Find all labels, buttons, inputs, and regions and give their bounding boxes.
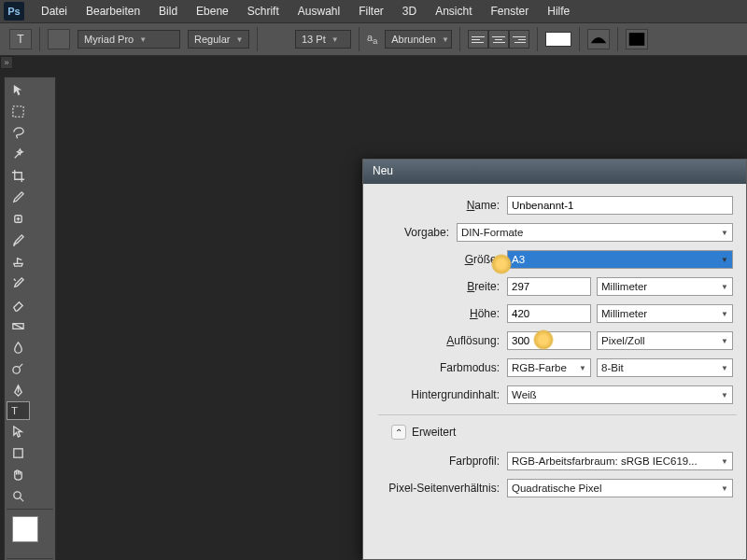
history-brush-tool[interactable] (7, 273, 30, 293)
align-center-button[interactable] (488, 30, 509, 49)
text-color-swatch[interactable] (545, 32, 571, 47)
name-input[interactable] (507, 196, 733, 215)
resolution-unit-select[interactable]: Pixel/Zoll▼ (597, 331, 733, 350)
color-profile-select[interactable]: RGB-Arbeitsfarbraum: sRGB IEC619...▼ (507, 452, 733, 470)
character-panel-button[interactable] (626, 29, 648, 49)
healing-brush-tool[interactable] (7, 208, 30, 229)
color-profile-value: RGB-Arbeitsfarbraum: sRGB IEC619... (512, 455, 698, 467)
clone-stamp-tool[interactable] (7, 251, 30, 272)
background-value: Weiß (512, 389, 537, 400)
color-mode-label: Farbmodus: (367, 361, 507, 374)
align-right-button[interactable] (509, 30, 529, 49)
width-label: Breite: (367, 280, 507, 293)
svg-point-4 (13, 366, 21, 373)
menu-datei[interactable]: Datei (32, 0, 77, 22)
tool-palette: T (4, 77, 56, 560)
zoom-tool[interactable] (7, 485, 30, 506)
menu-bearbeiten[interactable]: Bearbeiten (77, 0, 149, 22)
bit-depth-value: 8-Bit (601, 362, 624, 373)
advanced-label: Erweitert (412, 426, 456, 439)
dialog-title: Neu (363, 160, 746, 184)
font-size-icon (265, 29, 288, 49)
align-left-button[interactable] (468, 30, 488, 49)
color-mode-select[interactable]: RGB-Farbe▼ (507, 358, 591, 377)
background-label: Hintergrundinhalt: (367, 388, 507, 401)
highlight-marker-2 (533, 329, 554, 350)
menu-bild[interactable]: Bild (149, 0, 187, 22)
brush-tool[interactable] (7, 230, 30, 250)
menu-auswahl[interactable]: Auswahl (289, 0, 349, 22)
resolution-label: Auflösung: (367, 334, 507, 347)
font-family-value: Myriad Pro (84, 34, 134, 45)
width-input[interactable] (507, 277, 591, 296)
dodge-tool[interactable] (7, 358, 30, 379)
eyedropper-tool[interactable] (7, 187, 30, 207)
magic-wand-tool[interactable] (7, 144, 30, 164)
shape-tool[interactable] (7, 442, 30, 463)
width-unit-select[interactable]: Millimeter▼ (597, 277, 733, 296)
font-weight-value: Regular (194, 34, 231, 45)
menu-ebene[interactable]: Ebene (187, 0, 238, 22)
width-unit-value: Millimeter (601, 281, 647, 292)
new-document-dialog: Neu Name: Vorgabe: DIN-Formate▼ Größe: A… (362, 159, 747, 560)
document-tab-strip[interactable]: » (0, 56, 13, 69)
resolution-unit-value: Pixel/Zoll (601, 335, 645, 346)
menu-filter[interactable]: Filter (349, 0, 393, 22)
hand-tool[interactable] (7, 464, 30, 484)
move-tool[interactable] (7, 79, 30, 100)
type-tool[interactable]: T (7, 401, 30, 420)
color-profile-label: Farbprofil: (367, 455, 507, 468)
highlight-marker (491, 254, 512, 274)
pixel-aspect-label: Pixel-Seitenverhältnis: (367, 482, 507, 495)
lasso-tool[interactable] (7, 122, 30, 143)
pixel-aspect-select[interactable]: Quadratische Pixel▼ (507, 479, 733, 497)
antialias-value: Abrunden (391, 34, 436, 45)
height-label: Höhe: (367, 307, 507, 320)
gradient-tool[interactable] (7, 315, 30, 336)
font-family-select[interactable]: Myriad Pro▼ (78, 30, 180, 49)
advanced-toggle[interactable]: ⌃ (391, 425, 406, 440)
size-label: Größe: (367, 253, 507, 266)
svg-rect-5 (14, 448, 22, 456)
antialias-select[interactable]: Abrunden▼ (385, 30, 452, 49)
pixel-aspect-value: Quadratische Pixel (512, 483, 602, 494)
menu-fenster[interactable]: Fenster (482, 0, 539, 22)
menu-3d[interactable]: 3D (393, 0, 426, 22)
size-value: A3 (512, 254, 525, 265)
svg-rect-0 (629, 33, 645, 46)
color-swatches[interactable] (7, 512, 53, 555)
marquee-tool[interactable] (7, 101, 30, 121)
menu-schrift[interactable]: Schrift (238, 0, 289, 22)
menu-hilfe[interactable]: Hilfe (538, 0, 579, 22)
height-input[interactable] (507, 304, 591, 323)
svg-rect-1 (13, 105, 23, 116)
pen-tool[interactable] (7, 380, 30, 400)
antialias-icon: aa (367, 32, 377, 46)
size-select[interactable]: A3▼ (507, 250, 733, 269)
eraser-tool[interactable] (7, 294, 30, 315)
tool-preset-button[interactable]: T (9, 29, 32, 49)
app-logo: Ps (4, 2, 24, 21)
height-unit-select[interactable]: Millimeter▼ (597, 304, 733, 323)
warp-text-button[interactable] (587, 29, 610, 49)
font-size-value: 13 Pt (302, 34, 326, 45)
preset-label: Vorgabe: (367, 226, 457, 239)
background-select[interactable]: Weiß▼ (507, 385, 733, 404)
font-weight-select[interactable]: Regular▼ (188, 30, 249, 49)
height-unit-value: Millimeter (601, 308, 647, 319)
preset-value: DIN-Formate (461, 227, 523, 238)
svg-point-6 (14, 491, 21, 498)
name-label: Name: (367, 199, 507, 212)
menu-ansicht[interactable]: Ansicht (426, 0, 481, 22)
blur-tool[interactable] (7, 337, 30, 357)
color-mode-value: RGB-Farbe (512, 362, 567, 373)
font-size-select[interactable]: 13 Pt▼ (295, 30, 351, 49)
text-orientation-button[interactable] (48, 29, 70, 49)
path-selection-tool[interactable] (7, 421, 30, 441)
preset-select[interactable]: DIN-Formate▼ (457, 223, 733, 242)
crop-tool[interactable] (7, 165, 30, 186)
bit-depth-select[interactable]: 8-Bit▼ (597, 358, 733, 377)
